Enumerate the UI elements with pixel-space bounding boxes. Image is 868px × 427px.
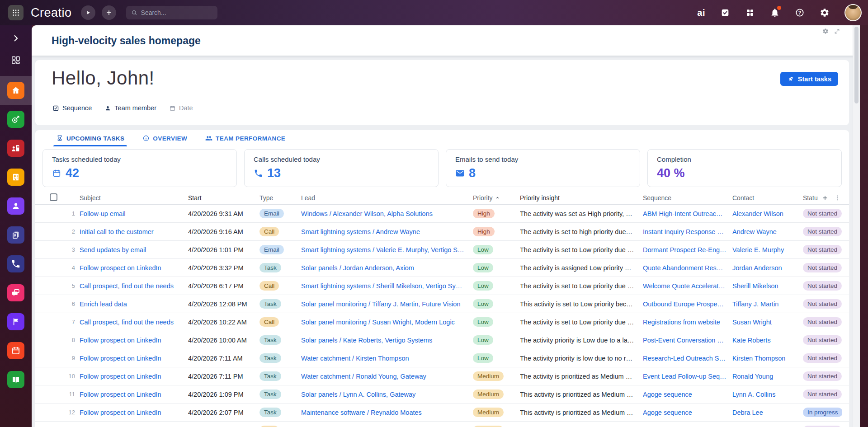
add-column-icon[interactable] [821,194,829,202]
table-row[interactable]: 3 Send updates by email 4/20/2026 1:01 P… [35,241,849,259]
table-row[interactable]: 10 Follow prospect on LinkedIn 4/20/2026… [35,367,849,385]
vertical-scrollbar[interactable] [853,25,860,427]
table-row[interactable]: 2 Initial call to the customer 4/20/2026… [35,223,849,241]
contact-link[interactable]: Ronald Young [732,373,773,380]
column-header-lead[interactable]: Lead [301,194,473,202]
marketplace-apps-icon[interactable] [745,8,755,18]
tab-overview[interactable]: OVERVIEW [142,135,187,146]
contact-link[interactable]: Kirsten Thompson [732,355,785,362]
subject-link[interactable]: Initial call to the customer [80,228,154,235]
sequence-link[interactable]: ABM High-Intent Outreac… [643,210,723,217]
ai-copilot-icon[interactable]: ai [697,8,705,17]
contact-link[interactable]: Susan Wright [732,319,772,326]
column-header-subject[interactable]: Subject [75,194,188,202]
sequence-link[interactable]: Post-Event Conversation … [643,337,724,344]
lead-link[interactable]: Solar panel monitoring / Susan Wright, M… [301,319,455,326]
table-row[interactable]: 7 Call prospect, find out the needs 4/20… [35,313,849,331]
lead-link[interactable]: Windows / Alexander Wilson, Alpha Soluti… [301,210,433,217]
quick-add-button[interactable] [102,5,116,20]
select-all-checkbox[interactable] [50,193,57,201]
help-icon[interactable]: ? [795,8,805,18]
table-row[interactable]: 4 Follow prospect on LinkedIn 4/20/2026 … [35,259,849,277]
sidebar-item-calls[interactable] [0,249,32,278]
column-header-priority-insight[interactable]: Priority insight [520,194,643,202]
sidebar-item-accounts[interactable] [0,163,32,192]
sidebar-item-chats[interactable] [0,278,32,307]
start-tasks-button[interactable]: Start tasks [780,72,838,86]
filter-sequence[interactable]: Sequence [52,104,92,112]
contact-link[interactable]: Jordan Anderson [732,264,782,272]
subject-link[interactable]: Follow prospect on LinkedIn [80,373,161,380]
contact-link[interactable]: Debra Lee [732,409,763,416]
scrollbar-thumb[interactable] [854,27,859,103]
sidebar-item-home[interactable] [0,76,32,105]
table-row[interactable]: 6 Enrich lead data 4/20/2026 12:08 PM Ta… [35,295,849,313]
app-launcher-button[interactable] [8,5,24,20]
lead-link[interactable]: Smart lightning systems / Sherill Mikels… [301,282,462,290]
filter-team-member[interactable]: Team member [104,104,156,112]
sequence-link[interactable]: Welcome Quote Accelerat… [643,282,725,290]
table-row[interactable]: 1 Follow-up email 4/20/2026 9:31 AM Emai… [35,205,849,223]
sequence-link[interactable]: Agoge sequence [643,391,692,398]
sequence-link[interactable]: Outbound Europe Prospe… [643,300,724,308]
column-header-sequence[interactable]: Sequence [643,194,732,202]
notifications-icon[interactable] [770,8,780,18]
sequence-link[interactable]: Dormant Prospect Re-Eng… [643,246,726,253]
contact-link[interactable]: Alexander Wilson [732,210,783,217]
table-row[interactable]: 13 Call prospect, find out the needs 4/2… [35,422,849,427]
sidebar-item-contacts[interactable] [0,192,32,221]
search-input[interactable] [141,9,209,16]
subject-link[interactable]: Follow prospect on LinkedIn [80,337,161,344]
column-header-priority[interactable]: Priority [473,194,520,202]
column-header-contact[interactable]: Contact [732,194,803,202]
subject-link[interactable]: Follow-up email [80,210,126,217]
subject-link[interactable]: Follow prospect on LinkedIn [80,391,161,398]
table-row[interactable]: 9 Follow prospect on LinkedIn 4/20/2026 … [35,349,849,367]
sidebar-item-campaigns[interactable] [0,105,32,134]
subject-link[interactable]: Call prospect, find out the needs [80,319,174,326]
table-row[interactable]: 8 Follow prospect on LinkedIn 4/20/2026 … [35,331,849,349]
page-settings-icon[interactable] [822,28,829,34]
column-header-type[interactable]: Type [259,194,301,202]
expand-sidebar-chevron-icon[interactable] [11,33,21,43]
table-row[interactable]: 12 Follow prospect on LinkedIn 4/20/2026… [35,404,849,422]
creatio-logo[interactable]: Creatio [31,6,72,20]
sidebar-item-calendar[interactable] [0,336,32,365]
tasks-icon[interactable] [720,8,730,18]
contact-link[interactable]: Valerie E. Murphy [732,246,784,253]
sidebar-item-milestones[interactable] [0,307,32,336]
lead-link[interactable]: Water catchment / Ronald Young, Gateway [301,373,426,380]
subject-link[interactable]: Enrich lead data [80,300,127,308]
lead-link[interactable]: Smart lightning systems / Andrew Wayne [301,228,420,235]
lead-link[interactable]: Maintenance software / Reynaldo Moates [301,409,422,416]
lead-link[interactable]: Water catchment / Kirsten Thompson [301,355,409,362]
contact-link[interactable]: Andrew Wayne [732,228,777,235]
sidebar-item-leads[interactable] [0,134,32,163]
subject-link[interactable]: Send updates by email [80,246,146,253]
sidebar-item-documents[interactable] [0,221,32,249]
lead-link[interactable]: Solar panels / Jordan Anderson, Axiom [301,264,414,272]
subject-link[interactable]: Follow prospect on LinkedIn [80,264,161,272]
table-row[interactable]: 5 Call prospect, find out the needs 4/20… [35,277,849,295]
contact-link[interactable]: Lynn A. Collins [732,391,775,398]
sidebar-item-knowledge-base[interactable] [0,365,32,394]
lead-link[interactable]: Solar panel monitoring / Tiffany J. Mart… [301,300,460,308]
tab-team-performance[interactable]: TEAM PERFORMANCE [205,135,285,146]
lead-link[interactable]: Solar panels / Lynn A. Collins, Gateway [301,391,415,398]
settings-icon[interactable] [820,8,830,18]
workspaces-grid-icon[interactable] [10,55,21,66]
user-avatar[interactable] [844,4,862,21]
table-menu-icon[interactable] [834,194,841,202]
subject-link[interactable]: Follow prospect on LinkedIn [80,355,161,362]
lead-link[interactable]: Smart lightning systems / Valerie E. Mur… [301,246,464,253]
tab-upcoming-tasks[interactable]: UPCOMING TASKS [56,135,124,146]
run-process-button[interactable] [81,5,95,20]
contact-link[interactable]: Tiffany J. Martin [732,300,778,308]
column-header-status[interactable]: Statu [803,194,842,202]
sequence-link[interactable]: Registrations from website [643,319,720,326]
contact-link[interactable]: Kate Roberts [732,337,771,344]
filter-date[interactable]: Date [169,104,193,112]
expand-page-icon[interactable] [834,28,840,34]
sequence-link[interactable]: Event Lead Follow-up Seq… [643,373,726,380]
table-row[interactable]: 11 Follow prospect on LinkedIn 4/20/2026… [35,385,849,404]
